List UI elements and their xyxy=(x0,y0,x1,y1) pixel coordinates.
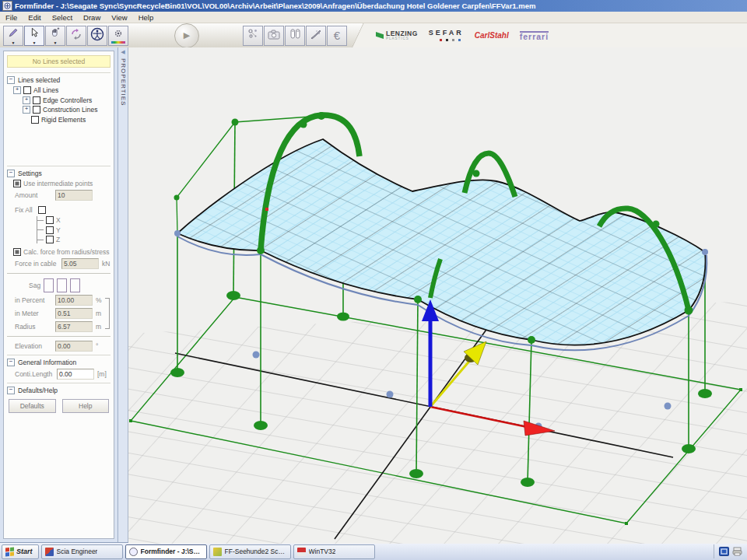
edge-controllers-checkbox[interactable] xyxy=(33,96,40,104)
tree-item-construction-lines[interactable]: Construction Lines xyxy=(43,106,97,114)
sag-option-1[interactable] xyxy=(44,278,54,292)
collapse-icon[interactable] xyxy=(7,359,15,366)
radius-field[interactable]: 6.57 xyxy=(55,321,93,332)
rotate-arrows-icon xyxy=(70,28,82,44)
force-in-cable-field[interactable]: 5.05 xyxy=(61,258,99,269)
pencil-icon xyxy=(8,27,19,41)
expand-icon[interactable] xyxy=(13,86,21,94)
snapshot-button[interactable] xyxy=(264,26,284,46)
fix-z-checkbox[interactable] xyxy=(46,236,54,243)
selection-banner: No Lines selected xyxy=(7,55,110,68)
collapse-icon[interactable] xyxy=(7,170,15,177)
sag-option-2[interactable] xyxy=(57,278,67,292)
pan-tool-button[interactable]: ▼ xyxy=(45,26,65,46)
sefar-text: SEFAR xyxy=(429,30,464,36)
elevation-field[interactable]: 0.00 xyxy=(55,341,93,352)
defaults-button[interactable]: Defaults xyxy=(9,399,56,413)
rotate-tool-button[interactable] xyxy=(66,26,86,46)
run-formfinding-button[interactable]: ▶ xyxy=(174,23,199,48)
sketch-button[interactable] xyxy=(306,26,326,46)
system-tray xyxy=(714,544,745,558)
properties-panel: No Lines selected Lines selected All Lin… xyxy=(0,47,118,542)
draw-tool-button[interactable]: ▼ xyxy=(3,26,23,46)
conti-length-label: Conti.Length xyxy=(15,370,54,378)
tree-item-all-lines[interactable]: All Lines xyxy=(33,86,58,94)
menu-view[interactable]: View xyxy=(106,13,132,22)
menu-edit[interactable]: Edit xyxy=(23,13,46,22)
properties-tab-label: PROPERTIES xyxy=(120,58,127,106)
language-indicator-icon[interactable] xyxy=(719,547,729,556)
calc-force-checkbox[interactable] xyxy=(13,248,21,256)
construction-lines-checkbox[interactable] xyxy=(33,106,40,114)
amount-label: Amount xyxy=(15,191,52,199)
tree-item-rigid-elements[interactable]: Rigid Elements xyxy=(41,116,86,124)
formfinder-app: Formfinder - J:\Seagate Sync\SyncRecycle… xyxy=(0,0,747,560)
materials-button[interactable] xyxy=(285,26,305,46)
titlebar: Formfinder - J:\Seagate Sync\SyncRecycle… xyxy=(0,0,747,12)
formfinder-task-icon xyxy=(129,548,138,556)
all-lines-checkbox[interactable] xyxy=(23,86,31,94)
ferrari-logo: ferrari xyxy=(520,31,549,40)
menu-select[interactable]: Select xyxy=(47,13,78,22)
vitruvian-man-icon xyxy=(90,27,104,44)
app-icon xyxy=(2,1,12,11)
conti-length-unit: [m] xyxy=(97,370,107,378)
membrane-model-canvas[interactable] xyxy=(128,47,747,544)
task-formfinder[interactable]: Formfinder - J:\Seaga... xyxy=(125,544,207,559)
in-percent-field[interactable]: 10.00 xyxy=(55,295,93,306)
tree-item-edge-controllers[interactable]: Edge Controllers xyxy=(43,96,92,104)
help-button[interactable]: Help xyxy=(62,399,110,413)
expand-icon[interactable] xyxy=(23,106,30,114)
fix-x-checkbox[interactable] xyxy=(46,216,54,224)
amount-field[interactable]: 10 xyxy=(55,190,93,201)
euro-icon: € xyxy=(334,30,340,41)
printer-icon[interactable] xyxy=(732,547,742,556)
select-tool-button[interactable]: ▼ xyxy=(24,26,44,46)
task-ff-seehunde2[interactable]: FF-Seehunde2 Screensh... xyxy=(209,544,291,559)
selected-point[interactable] xyxy=(265,208,268,211)
fix-all-checkbox[interactable] xyxy=(38,206,46,214)
in-meter-unit: m xyxy=(96,310,101,317)
viewport-3d[interactable] xyxy=(128,47,747,542)
ground-grid xyxy=(128,301,747,544)
conti-length-field[interactable]: 0.00 xyxy=(57,369,94,380)
task-scia-engineer[interactable]: Scia Engineer xyxy=(41,544,123,559)
taskbar: Start Scia Engineer Formfinder - J:\Seag… xyxy=(0,542,747,560)
use-intermediate-checkbox[interactable] xyxy=(13,180,21,187)
fix-y-checkbox[interactable] xyxy=(46,226,54,234)
toolbar: ▼ ▼ ▼ ▶ xyxy=(0,23,747,47)
elevation-unit: ° xyxy=(96,342,98,350)
collapse-icon[interactable] xyxy=(7,76,15,84)
play-icon: ▶ xyxy=(184,30,190,40)
menu-file[interactable]: File xyxy=(0,13,23,22)
sag-option-3[interactable] xyxy=(70,278,80,292)
sponsor-logos: LENZING PLASTICS SEFAR CarlStahl ferrari xyxy=(368,23,747,47)
cost-button[interactable]: € xyxy=(327,26,347,46)
rigid-elements-checkbox[interactable] xyxy=(31,116,39,124)
in-percent-label: in Percent xyxy=(15,296,52,304)
dropdown-arrow-icon[interactable]: ▼ xyxy=(12,41,16,44)
start-label: Start xyxy=(16,548,33,555)
formfinder-man-button[interactable] xyxy=(87,26,107,46)
in-meter-field[interactable]: 0.51 xyxy=(55,308,93,319)
calc-force-label: Calc. force from radius/stress xyxy=(23,248,110,256)
task-wintv32[interactable]: WinTV32 xyxy=(293,544,375,559)
analysis-button[interactable] xyxy=(243,26,263,46)
properties-tab-strip[interactable]: ◀ PROPERTIES xyxy=(118,47,128,542)
menu-draw[interactable]: Draw xyxy=(78,13,106,22)
sag-label: Sag xyxy=(29,282,40,289)
dropdown-arrow-icon[interactable]: ▼ xyxy=(33,41,37,44)
hand-icon xyxy=(50,27,61,41)
collapse-panel-icon[interactable]: ◀ xyxy=(121,49,124,55)
expand-icon[interactable] xyxy=(23,96,30,104)
fabric-rolls-icon xyxy=(289,28,301,43)
in-percent-unit: % xyxy=(96,296,102,304)
menu-help[interactable]: Help xyxy=(133,13,160,22)
axis-z-label: Z xyxy=(56,236,60,243)
collapse-icon[interactable] xyxy=(7,387,15,394)
start-button[interactable]: Start xyxy=(2,544,39,559)
dropdown-arrow-icon[interactable]: ▼ xyxy=(54,41,58,44)
lenzing-mark-icon xyxy=(376,32,384,39)
force-unit: kN xyxy=(102,260,110,268)
display-settings-button[interactable] xyxy=(108,26,128,46)
